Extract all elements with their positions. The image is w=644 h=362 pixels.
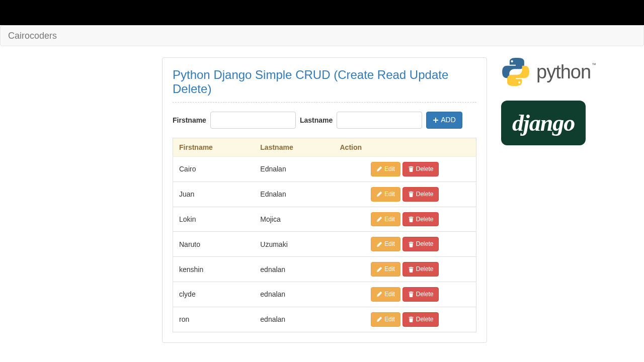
edit-button[interactable]: Edit [371, 287, 400, 302]
edit-icon [376, 216, 382, 222]
trash-icon [408, 266, 414, 273]
cell-firstname: Lokin [173, 207, 255, 232]
python-logo: python™ [501, 57, 642, 86]
delete-label: Delete [416, 315, 434, 324]
firstname-label: Firstname [173, 116, 206, 124]
edit-label: Edit [384, 190, 395, 199]
edit-icon [376, 191, 382, 197]
cell-lastname: Ednalan [254, 182, 334, 207]
main-panel: Python Django Simple CRUD (Create Read U… [162, 57, 487, 343]
delete-label: Delete [416, 290, 434, 299]
cell-action: Edit Delete [334, 182, 476, 207]
django-wordmark: django [512, 110, 575, 136]
cell-firstname: Cairo [173, 157, 255, 182]
edit-label: Edit [384, 265, 395, 274]
python-icon [501, 57, 530, 86]
delete-label: Delete [416, 265, 434, 274]
trash-icon [408, 241, 414, 247]
cell-firstname: clyde [173, 282, 255, 307]
cell-lastname: Mojica [254, 207, 334, 232]
tm-mark: ™ [592, 62, 596, 67]
cell-lastname: Uzumaki [254, 232, 334, 257]
edit-label: Edit [384, 240, 395, 248]
delete-label: Delete [416, 165, 434, 173]
edit-icon [376, 166, 382, 172]
edit-button[interactable]: Edit [371, 237, 400, 251]
page-title: Python Django Simple CRUD (Create Read U… [173, 68, 476, 96]
sidebar-logos: python™ django [501, 57, 642, 145]
add-form: Firstname Lastname ADD [173, 112, 476, 129]
table-row: CairoEdnalan Edit Delete [173, 157, 476, 182]
cell-firstname: kenshin [173, 257, 255, 282]
delete-button[interactable]: Delete [403, 237, 439, 251]
firstname-input[interactable] [210, 112, 296, 129]
table-row: LokinMojica Edit Delete [173, 207, 476, 232]
cell-firstname: Naruto [173, 232, 255, 257]
add-button-label: ADD [441, 115, 456, 125]
delete-button[interactable]: Delete [403, 262, 439, 277]
edit-button[interactable]: Edit [371, 162, 400, 176]
trash-icon [408, 166, 414, 172]
trash-icon [408, 216, 414, 222]
cell-action: Edit Delete [334, 307, 476, 332]
python-wordmark: python™ [536, 61, 595, 83]
django-logo: django [501, 101, 586, 145]
cell-lastname: Ednalan [254, 157, 334, 182]
delete-button[interactable]: Delete [403, 162, 439, 176]
cell-action: Edit Delete [334, 282, 476, 307]
col-firstname: Firstname [173, 138, 255, 157]
cell-action: Edit Delete [334, 207, 476, 232]
delete-button[interactable]: Delete [403, 312, 439, 327]
lastname-label: Lastname [300, 116, 333, 124]
table-row: JuanEdnalan Edit Delete [173, 182, 476, 207]
divider [173, 102, 476, 103]
delete-label: Delete [416, 215, 434, 224]
cell-action: Edit Delete [334, 232, 476, 257]
cell-action: Edit Delete [334, 157, 476, 182]
navbar: Cairocoders [0, 25, 644, 46]
edit-button[interactable]: Edit [371, 262, 400, 277]
edit-icon [376, 266, 382, 273]
table-row: NarutoUzumaki Edit Delete [173, 232, 476, 257]
cell-firstname: ron [173, 307, 255, 332]
cell-firstname: Juan [173, 182, 255, 207]
delete-label: Delete [416, 190, 434, 199]
delete-label: Delete [416, 240, 434, 248]
delete-button[interactable]: Delete [403, 187, 439, 202]
members-table: Firstname Lastname Action CairoEdnalan E… [173, 138, 476, 332]
edit-button[interactable]: Edit [371, 312, 400, 327]
plus-icon [433, 117, 439, 123]
table-row: ronednalan Edit Delete [173, 307, 476, 332]
edit-icon [376, 316, 382, 322]
cell-lastname: ednalan [254, 307, 334, 332]
table-row: kenshinednalan Edit Delete [173, 257, 476, 282]
edit-button[interactable]: Edit [371, 187, 400, 202]
cell-lastname: ednalan [254, 282, 334, 307]
edit-label: Edit [384, 290, 395, 299]
add-button[interactable]: ADD [426, 112, 462, 129]
col-action: Action [334, 138, 476, 157]
edit-label: Edit [384, 215, 395, 224]
edit-icon [376, 291, 382, 297]
cell-action: Edit Delete [334, 257, 476, 282]
edit-icon [376, 241, 382, 247]
black-top-bar [0, 0, 644, 25]
trash-icon [408, 291, 414, 297]
delete-button[interactable]: Delete [403, 287, 439, 302]
edit-button[interactable]: Edit [371, 212, 400, 227]
table-row: clydeednalan Edit Delete [173, 282, 476, 307]
trash-icon [408, 191, 414, 197]
edit-label: Edit [384, 165, 395, 173]
navbar-brand[interactable]: Cairocoders [1, 25, 64, 46]
col-lastname: Lastname [254, 138, 334, 157]
lastname-input[interactable] [337, 112, 422, 129]
cell-lastname: ednalan [254, 257, 334, 282]
trash-icon [408, 316, 414, 322]
edit-label: Edit [384, 315, 395, 324]
delete-button[interactable]: Delete [403, 212, 439, 227]
